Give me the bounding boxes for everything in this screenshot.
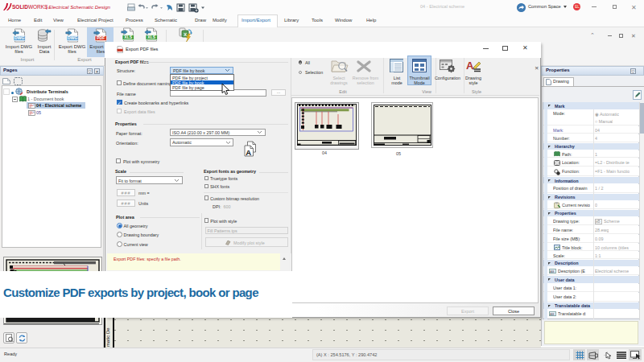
svg-text:XLS: XLS [124, 35, 132, 39]
svg-text:AB: AB [550, 269, 555, 273]
svg-text:A: A [246, 148, 251, 157]
svg-text:PDF: PDF [97, 35, 105, 40]
svg-text:AB: AB [550, 312, 555, 316]
svg-text:aB: aB [596, 220, 601, 224]
svg-text:DWG: DWG [14, 35, 24, 40]
svg-text:A: A [466, 60, 474, 72]
svg-text:X: X [184, 32, 187, 37]
svg-text:XLS: XLS [147, 35, 155, 39]
svg-text:DWG: DWG [68, 35, 77, 40]
